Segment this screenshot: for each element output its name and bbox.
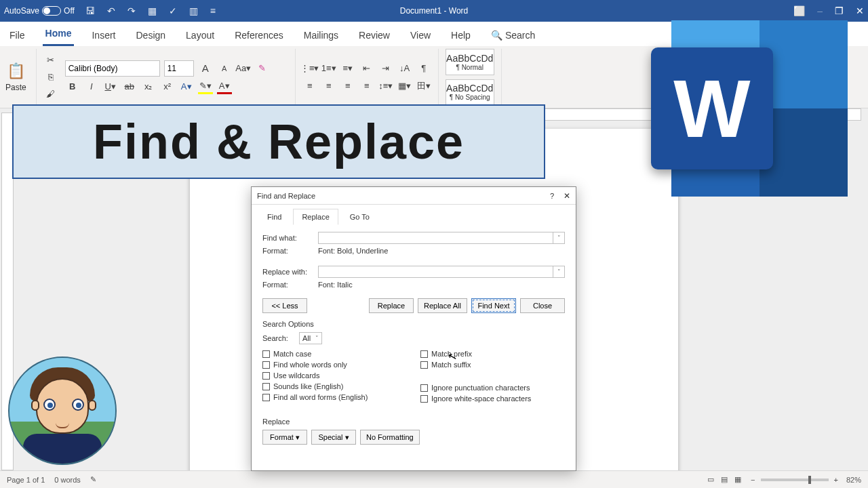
find-what-input[interactable] [318,232,565,244]
tab-review[interactable]: Review [356,26,393,46]
bold-icon[interactable]: B [65,79,80,94]
word-count[interactable]: 0 words [54,476,81,484]
toggle-icon [42,6,61,16]
paragraph-icon[interactable]: ≡ [210,5,216,16]
font-name-select[interactable] [65,60,160,77]
grow-font-icon[interactable]: A [198,61,213,76]
check-ignore-space[interactable]: Ignore white-space characters [420,394,565,403]
columns-icon[interactable]: ▥ [189,5,198,16]
replace-all-button[interactable]: Replace All [418,298,467,313]
dialog-close-icon[interactable]: ✕ [564,191,570,201]
check-sounds-like[interactable]: Sounds like (English) [262,382,407,390]
align-center-icon[interactable]: ≡ [321,79,336,94]
check-word-forms[interactable]: Find all word forms (English) [262,393,407,401]
check-ignore-punct[interactable]: Ignore punctuation characters [420,384,565,392]
borders-icon[interactable]: 田▾ [416,79,431,94]
check-wildcards[interactable]: Use wildcards [262,371,407,380]
dialog-help-icon[interactable]: ? [550,192,554,200]
check-whole-words[interactable]: Find whole words only [262,361,407,369]
zoom-in-icon[interactable]: + [834,476,838,484]
find-format-value: Font: Bold, Underline [318,247,388,255]
strikethrough-icon[interactable]: ab [122,79,137,94]
decrease-indent-icon[interactable]: ⇤ [359,61,374,76]
clear-format-icon[interactable]: ✎ [255,61,270,76]
search-direction-select[interactable]: All [299,332,322,344]
replace-with-input[interactable] [318,266,565,278]
find-format-label: Format: [262,247,314,255]
style-normal[interactable]: AaBbCcDd ¶ Normal [446,49,494,75]
read-mode-icon[interactable]: ▭ [707,475,714,484]
autosave-toggle[interactable]: AutoSave Off [4,6,75,16]
underline-icon[interactable]: U▾ [103,79,118,94]
format-painter-icon[interactable]: 🖌 [43,87,58,102]
line-spacing-icon[interactable]: ↕≡▾ [378,79,393,94]
align-left-icon[interactable]: ≡ [302,79,317,94]
tab-search[interactable]: 🔍 Search [488,26,538,46]
font-color-icon[interactable]: A▾ [217,79,232,94]
tab-references[interactable]: References [232,26,286,46]
tab-home[interactable]: Home [43,24,75,46]
increase-indent-icon[interactable]: ⇥ [378,61,393,76]
check-match-prefix[interactable]: Match prefix [420,350,565,358]
special-button[interactable]: Special ▾ [311,430,356,445]
tab-insert[interactable]: Insert [89,26,118,46]
save-icon[interactable]: 🖫 [85,5,95,16]
format-button[interactable]: Format ▾ [262,430,307,445]
redo-icon[interactable]: ↷ [127,5,136,16]
justify-icon[interactable]: ≡ [359,79,374,94]
text-effects-icon[interactable]: A▾ [179,79,194,94]
highlight-icon[interactable]: ✎▾ [198,79,213,94]
less-button[interactable]: << Less [262,298,307,313]
font-size-select[interactable] [164,60,194,77]
tab-mailings[interactable]: Mailings [301,26,341,46]
autosave-state: Off [64,6,75,16]
search-label: Search: [262,334,295,342]
style-nospacing[interactable]: AaBbCcDd ¶ No Spacing [446,79,494,106]
web-layout-icon[interactable]: ▦ [734,475,741,484]
search-icon: 🔍 [491,30,502,41]
cut-icon[interactable]: ✂ [43,53,58,68]
shrink-font-icon[interactable]: A [217,61,232,76]
close-button[interactable]: Close [520,298,565,313]
tab-layout[interactable]: Layout [183,26,217,46]
dialog-tab-goto[interactable]: Go To [341,209,378,225]
proofing-icon[interactable]: ✎ [90,475,96,484]
shading-icon[interactable]: ▦▾ [397,79,412,94]
sort-icon[interactable]: ↓A [397,61,412,76]
close-icon[interactable]: ✕ [856,5,864,16]
align-right-icon[interactable]: ≡ [340,79,355,94]
zoom-value[interactable]: 82% [846,476,861,484]
tab-view[interactable]: View [408,26,433,46]
no-formatting-button[interactable]: No Formatting [360,430,420,445]
paste-icon[interactable]: 📋 [5,62,26,80]
zoom-out-icon[interactable]: − [751,476,755,484]
italic-icon[interactable]: I [84,79,99,94]
copy-icon[interactable]: ⎘ [43,70,58,85]
find-next-button[interactable]: Find Next [471,298,516,313]
numbering-icon[interactable]: 1≡▾ [321,61,336,76]
word-logo: W [651,14,848,210]
print-layout-icon[interactable]: ▤ [721,475,728,484]
paste-label[interactable]: Paste [5,83,26,92]
page-count[interactable]: Page 1 of 1 [7,476,45,484]
tab-help[interactable]: Help [448,26,473,46]
autosave-label: AutoSave [4,6,39,16]
change-case-icon[interactable]: Aa▾ [236,61,251,76]
multilevel-icon[interactable]: ≡▾ [340,61,355,76]
table-icon[interactable]: ▦ [148,5,157,16]
bullets-icon[interactable]: ⋮≡▾ [302,61,317,76]
check-match-case[interactable]: Match case [262,350,407,358]
tab-file[interactable]: File [7,26,28,46]
check-match-suffix[interactable]: Match suffix [420,361,565,369]
replace-button[interactable]: Replace [369,298,414,313]
dialog-tab-find[interactable]: Find [258,209,290,225]
zoom-slider[interactable] [761,479,829,481]
superscript-icon[interactable]: x² [160,79,175,94]
undo-icon[interactable]: ↶ [107,5,115,16]
spellcheck-icon[interactable]: ✓ [169,5,177,16]
footer-title: Replace [262,418,565,426]
show-paragraph-icon[interactable]: ¶ [416,61,431,76]
subscript-icon[interactable]: x₂ [141,79,156,94]
tab-design[interactable]: Design [133,26,168,46]
dialog-tab-replace[interactable]: Replace [293,209,338,225]
